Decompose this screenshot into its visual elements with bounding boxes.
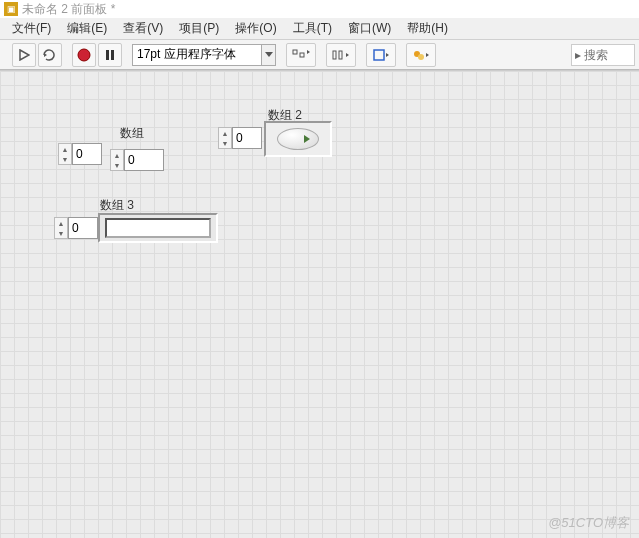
menu-bar: 文件(F) 编辑(E) 查看(V) 项目(P) 操作(O) 工具(T) 窗口(W…	[0, 18, 639, 40]
search-caret-icon: ▸	[572, 48, 584, 62]
font-label: 17pt 应用程序字体	[137, 46, 236, 63]
spin-icon[interactable]: ▲▼	[58, 143, 72, 165]
menu-view[interactable]: 查看(V)	[117, 18, 169, 39]
menu-operate[interactable]: 操作(O)	[229, 18, 282, 39]
title-bar: ▣ 未命名 2 前面板 *	[0, 0, 639, 18]
run-button[interactable]	[12, 43, 36, 67]
svg-rect-6	[339, 51, 342, 59]
pause-button[interactable]	[98, 43, 122, 67]
array1-element[interactable]: ▲▼ 0	[110, 149, 164, 171]
app-icon: ▣	[4, 2, 18, 16]
svg-rect-2	[111, 50, 114, 60]
search-input[interactable]	[584, 48, 628, 62]
resize-button[interactable]	[366, 43, 396, 67]
menu-file[interactable]: 文件(F)	[6, 18, 57, 39]
array1-element-value[interactable]: 0	[124, 149, 164, 171]
svg-rect-1	[106, 50, 109, 60]
array2-index-value[interactable]: 0	[232, 127, 262, 149]
array3-container	[98, 213, 218, 243]
run-continuous-button[interactable]	[38, 43, 62, 67]
array3-index[interactable]: ▲▼ 0	[54, 217, 98, 239]
distribute-button[interactable]	[326, 43, 356, 67]
spin-icon[interactable]: ▲▼	[54, 217, 68, 239]
reorder-button[interactable]	[406, 43, 436, 67]
array3-label: 数组 3	[100, 197, 134, 214]
svg-point-0	[78, 49, 90, 61]
string-control[interactable]	[105, 218, 211, 238]
spin-icon[interactable]: ▲▼	[218, 127, 232, 149]
svg-point-9	[418, 54, 424, 60]
array2-container	[264, 121, 332, 157]
svg-rect-7	[374, 50, 384, 60]
toolbar: 17pt 应用程序字体 ▸	[0, 40, 639, 70]
window-title: 未命名 2 前面板 *	[22, 1, 115, 18]
array1-label: 数组	[120, 125, 144, 142]
watermark: @51CTO博客	[548, 514, 629, 532]
array1-index[interactable]: ▲▼ 0	[58, 143, 102, 165]
svg-rect-3	[293, 50, 297, 54]
boolean-button[interactable]	[277, 128, 319, 150]
menu-project[interactable]: 项目(P)	[173, 18, 225, 39]
front-panel-canvas[interactable]: 数组 ▲▼ 0 ▲▼ 0 数组 2 ▲▼ 0 数组 3 ▲▼ 0 @51CTO博…	[0, 70, 639, 538]
font-selector[interactable]: 17pt 应用程序字体	[132, 44, 276, 66]
menu-window[interactable]: 窗口(W)	[342, 18, 397, 39]
menu-tools[interactable]: 工具(T)	[287, 18, 338, 39]
align-button[interactable]	[286, 43, 316, 67]
array2-index[interactable]: ▲▼ 0	[218, 127, 262, 149]
array3-index-value[interactable]: 0	[68, 217, 98, 239]
abort-button[interactable]	[72, 43, 96, 67]
search-box[interactable]: ▸	[571, 44, 635, 66]
svg-rect-4	[300, 53, 304, 57]
array1-index-value[interactable]: 0	[72, 143, 102, 165]
menu-help[interactable]: 帮助(H)	[401, 18, 454, 39]
spin-icon[interactable]: ▲▼	[110, 149, 124, 171]
chevron-down-icon[interactable]	[262, 44, 276, 66]
svg-rect-5	[333, 51, 336, 59]
menu-edit[interactable]: 编辑(E)	[61, 18, 113, 39]
